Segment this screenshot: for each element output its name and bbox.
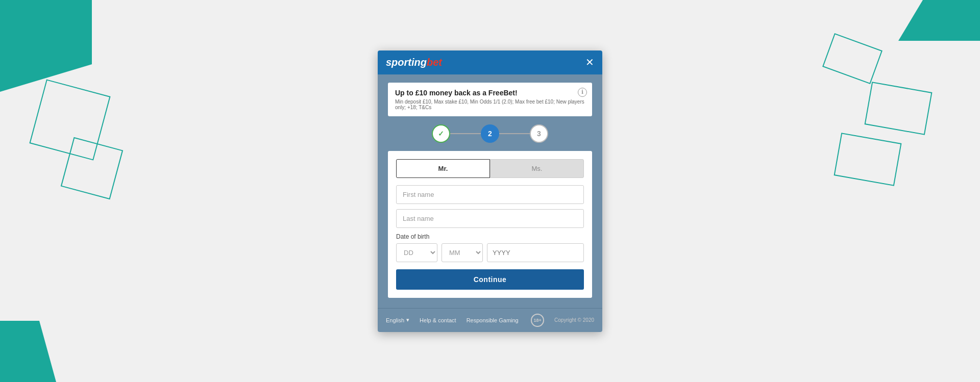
responsible-gaming-link[interactable]: Responsible Gaming — [467, 317, 519, 323]
bg-decoration-outline5 — [865, 82, 933, 135]
step-line-1 — [450, 133, 481, 134]
modal-header: sportingbet ✕ — [378, 50, 602, 74]
copyright-text: Copyright © 2020 — [554, 317, 594, 323]
close-button[interactable]: ✕ — [585, 57, 594, 67]
info-icon[interactable]: ℹ — [578, 88, 587, 97]
chevron-down-icon: ▾ — [406, 317, 409, 323]
bg-decoration-teal-bottom-left — [0, 321, 56, 382]
logo: sportingbet — [386, 57, 442, 68]
gender-toggle: Mr. Ms. — [396, 159, 584, 178]
step-2: 2 — [481, 124, 499, 143]
language-selector[interactable]: English ▾ — [386, 317, 409, 323]
age-badge: 18+ — [531, 314, 544, 327]
step-3: 3 — [530, 124, 548, 143]
step-1: ✓ — [432, 124, 450, 143]
steps-indicator: ✓ 2 3 — [388, 124, 592, 143]
bg-decoration-teal-top-right — [898, 0, 980, 41]
continue-button[interactable]: Continue — [396, 269, 584, 290]
bg-decoration-outline6 — [834, 133, 902, 186]
date-row: DD MM — [396, 243, 584, 262]
month-select[interactable]: MM — [442, 243, 483, 262]
day-select[interactable]: DD — [396, 243, 437, 262]
year-input[interactable] — [487, 243, 584, 262]
registration-modal: sportingbet ✕ Up to £10 money back as a … — [378, 50, 602, 332]
promo-subtitle: Min deposit £10, Max stake £10, Min Odds… — [395, 99, 585, 110]
promo-box: Up to £10 money back as a FreeBet! Min d… — [388, 83, 592, 116]
last-name-input[interactable] — [396, 209, 584, 228]
help-contact-link[interactable]: Help & contact — [420, 317, 456, 323]
step-line-2 — [499, 133, 530, 134]
language-label: English — [386, 317, 404, 323]
modal-footer: English ▾ Help & contact Responsible Gam… — [378, 308, 602, 332]
first-name-input[interactable] — [396, 185, 584, 204]
bg-decoration-teal-top-left — [0, 0, 92, 92]
logo-bet-text: bet — [427, 57, 442, 68]
gender-mr-button[interactable]: Mr. — [396, 159, 490, 178]
promo-title: Up to £10 money back as a FreeBet! — [395, 89, 585, 97]
modal-body: Up to £10 money back as a FreeBet! Min d… — [378, 74, 602, 308]
registration-form: Mr. Ms. Date of birth DD MM Continue — [388, 151, 592, 298]
gender-ms-button[interactable]: Ms. — [490, 159, 584, 178]
bg-decoration-outline4 — [822, 33, 883, 84]
logo-sporting-text: sporting — [386, 57, 427, 68]
date-of-birth-label: Date of birth — [396, 233, 584, 240]
